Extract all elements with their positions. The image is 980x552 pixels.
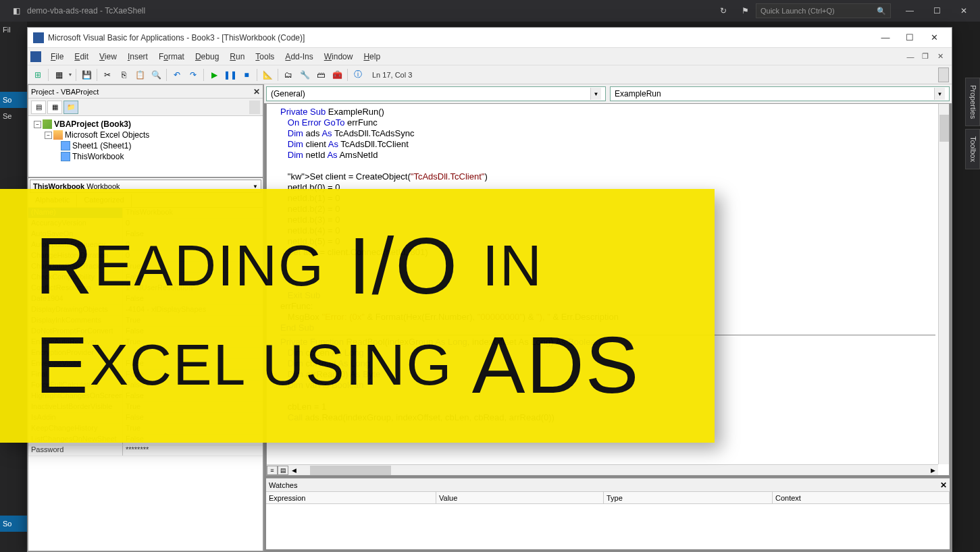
view-excel-icon[interactable]: ⊞ bbox=[30, 67, 45, 82]
inner-close-button[interactable]: ✕ bbox=[934, 51, 946, 62]
watches-panel: Watches ✕ Expression Value Type Context bbox=[266, 478, 950, 549]
view-code-button[interactable]: ▤ bbox=[31, 101, 46, 114]
tree-thisworkbook[interactable]: ThisWorkbook bbox=[31, 151, 260, 162]
vba-minimize-button[interactable]: — bbox=[873, 28, 898, 47]
watches-close-button[interactable]: ✕ bbox=[940, 480, 947, 490]
watches-col-context[interactable]: Context bbox=[773, 492, 950, 503]
code-vertical-scrollbar[interactable] bbox=[938, 104, 949, 464]
save-icon[interactable]: 💾 bbox=[79, 67, 94, 82]
help-icon[interactable]: ⓘ bbox=[351, 67, 365, 82]
view-object-button[interactable]: ▦ bbox=[47, 101, 62, 114]
menu-debug[interactable]: Debug bbox=[190, 50, 224, 63]
project-explorer-icon[interactable]: 🗂 bbox=[281, 67, 296, 82]
banner-line-1: Reading I/O in bbox=[35, 217, 715, 316]
tree-project-root[interactable]: − VBAProject (Book3) bbox=[31, 119, 260, 130]
menu-addins[interactable]: Add-Ins bbox=[280, 50, 318, 63]
search-icon: 🔍 bbox=[877, 7, 886, 16]
menu-help[interactable]: Help bbox=[358, 50, 386, 63]
insert-icon[interactable]: ▦ bbox=[51, 67, 66, 82]
app-icon: ◧ bbox=[5, 3, 27, 19]
watches-body[interactable] bbox=[266, 504, 950, 549]
procedure-view-button[interactable]: ≡ bbox=[267, 466, 278, 475]
watches-col-type[interactable]: Type bbox=[604, 492, 773, 503]
banner-line-2: Excel using ADS bbox=[35, 316, 715, 416]
project-toolbar-scroll bbox=[249, 101, 260, 114]
inner-restore-button[interactable]: ❐ bbox=[919, 51, 931, 62]
menu-format[interactable]: Format bbox=[153, 50, 190, 63]
outer-title: demo-vba-ads-read - TcXaeShell bbox=[27, 6, 145, 16]
vba-menubar: File Edit View Insert Format Debug Run T… bbox=[28, 48, 952, 65]
run-icon[interactable]: ▶ bbox=[207, 67, 222, 82]
copy-icon[interactable]: ⎘ bbox=[116, 67, 131, 82]
menu-file[interactable]: File bbox=[45, 50, 69, 63]
object-browser-icon[interactable]: 🗃 bbox=[313, 67, 328, 82]
sync-icon[interactable]: ↻ bbox=[713, 3, 734, 19]
watches-header: Expression Value Type Context bbox=[266, 492, 950, 504]
project-panel-title: Project - VBAProject bbox=[31, 88, 99, 96]
outer-file-menu[interactable]: Fil bbox=[0, 22, 27, 38]
toolbox-icon[interactable]: 🧰 bbox=[330, 67, 344, 82]
code-object-dropdown[interactable]: (General)▼ bbox=[266, 86, 606, 101]
redo-icon[interactable]: ↷ bbox=[186, 67, 201, 82]
design-mode-icon[interactable]: 📐 bbox=[260, 67, 275, 82]
outer-so-tab[interactable]: So bbox=[0, 92, 27, 108]
menu-view[interactable]: View bbox=[94, 50, 122, 63]
project-tree[interactable]: − VBAProject (Book3) − Microsoft Excel O… bbox=[28, 116, 263, 177]
toggle-folders-button[interactable]: 📁 bbox=[63, 101, 78, 114]
menu-run[interactable]: Run bbox=[224, 50, 250, 63]
line-column-indicator: Ln 17, Col 3 bbox=[372, 71, 412, 79]
menu-window[interactable]: Window bbox=[319, 50, 359, 63]
outer-se-tab[interactable]: Se bbox=[0, 108, 27, 124]
vba-window-title: Microsoft Visual Basic for Applications … bbox=[48, 33, 873, 43]
paste-icon[interactable]: 📋 bbox=[132, 67, 147, 82]
project-panel-close-button[interactable]: ✕ bbox=[253, 87, 260, 96]
properties-icon[interactable]: 🔧 bbox=[297, 67, 312, 82]
outer-window-titlebar: ◧ demo-vba-ads-read - TcXaeShell ↻ ⚑ Qui… bbox=[0, 0, 980, 22]
cut-icon[interactable]: ✂ bbox=[100, 67, 115, 82]
watches-title: Watches bbox=[269, 481, 297, 489]
side-tab-toolbox[interactable]: Toolbox bbox=[965, 129, 980, 169]
inner-minimize-button[interactable]: — bbox=[904, 51, 917, 62]
watches-col-expression[interactable]: Expression bbox=[266, 492, 436, 503]
tree-sheet1[interactable]: Sheet1 (Sheet1) bbox=[31, 140, 260, 151]
reset-icon[interactable]: ■ bbox=[239, 67, 254, 82]
full-module-view-button[interactable]: ▤ bbox=[278, 466, 288, 475]
undo-icon[interactable]: ↶ bbox=[170, 67, 184, 82]
tree-excel-objects-folder[interactable]: − Microsoft Excel Objects bbox=[31, 130, 260, 140]
minimize-button[interactable]: — bbox=[899, 3, 921, 19]
flag-icon[interactable]: ⚑ bbox=[734, 3, 756, 19]
code-horizontal-scrollbar[interactable]: ≡ ▤ ◀ ▶ bbox=[267, 464, 938, 475]
quick-launch-placeholder: Quick Launch (Ctrl+Q) bbox=[760, 7, 835, 15]
title-overlay-banner: Reading I/O in Excel using ADS bbox=[0, 189, 715, 443]
vba-menu-icon bbox=[30, 51, 41, 62]
insert-dropdown[interactable]: ▼ bbox=[68, 72, 73, 77]
property-row[interactable]: Password******** bbox=[28, 445, 263, 456]
outer-so-tab-2[interactable]: So bbox=[0, 516, 27, 532]
menu-edit[interactable]: Edit bbox=[69, 50, 94, 63]
side-tab-properties[interactable]: Properties bbox=[965, 78, 980, 126]
quick-launch-input[interactable]: Quick Launch (Ctrl+Q) 🔍 bbox=[756, 3, 891, 18]
project-explorer-panel: Project - VBAProject ✕ ▤ ▦ 📁 − VBAProjec… bbox=[28, 84, 263, 177]
vba-toolbar: ⊞ ▦ ▼ 💾 ✂ ⎘ 📋 🔍 ↶ ↷ ▶ ❚❚ ■ 📐 🗂 🔧 🗃 🧰 ⓘ L… bbox=[28, 65, 952, 84]
menu-tools[interactable]: Tools bbox=[250, 50, 280, 63]
vba-titlebar: Microsoft Visual Basic for Applications … bbox=[28, 28, 952, 48]
maximize-button[interactable]: ☐ bbox=[926, 3, 948, 19]
break-icon[interactable]: ❚❚ bbox=[223, 67, 238, 82]
watches-col-value[interactable]: Value bbox=[436, 492, 604, 503]
find-icon[interactable]: 🔍 bbox=[149, 67, 163, 82]
vba-maximize-button[interactable]: ☐ bbox=[898, 28, 922, 47]
menu-insert[interactable]: Insert bbox=[122, 50, 153, 63]
vba-close-button[interactable]: ✕ bbox=[922, 28, 946, 47]
toolbar-overflow[interactable] bbox=[938, 67, 949, 82]
close-button[interactable]: ✕ bbox=[953, 3, 975, 19]
vba-app-icon bbox=[33, 32, 44, 43]
code-procedure-dropdown[interactable]: ExampleRun▼ bbox=[610, 86, 950, 101]
